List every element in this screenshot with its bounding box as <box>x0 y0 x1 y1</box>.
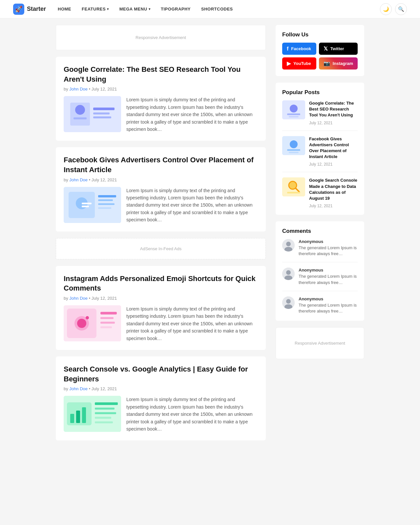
svg-rect-42 <box>287 149 300 151</box>
comment-text: The generated Lorem Ipsum is therefore a… <box>299 302 358 314</box>
svg-point-55 <box>286 299 291 304</box>
article-author[interactable]: John Doe <box>69 87 88 91</box>
follow-buttons-grid: f Facebook 𝕏 Twitter ▶ YouTube 📷 Instagr… <box>282 43 358 70</box>
comments-title: Comments <box>282 228 358 234</box>
article-thumbnail <box>64 187 121 223</box>
site-name: Starter <box>27 6 46 12</box>
article-date: July 12, 2021 <box>92 87 117 91</box>
svg-rect-13 <box>98 195 116 197</box>
popular-post-title[interactable]: Google Correlate: The Best SEO Research … <box>309 100 358 118</box>
commenter-avatar <box>282 239 295 252</box>
svg-rect-32 <box>95 408 115 410</box>
article-meta: by John Doe • July 12, 2021 <box>64 177 258 182</box>
chevron-down-icon: ▾ <box>107 7 109 11</box>
commenter-avatar <box>282 268 295 280</box>
youtube-follow-button[interactable]: ▶ YouTube <box>282 57 316 70</box>
svg-rect-23 <box>100 317 114 319</box>
svg-rect-30 <box>82 407 86 423</box>
article-meta: by John Doe • July 12, 2021 <box>64 296 258 301</box>
article-date: July 12, 2021 <box>92 296 117 301</box>
svg-rect-14 <box>98 199 113 201</box>
comment-info: Anonymous The generated Lorem Ipsum is t… <box>299 268 358 285</box>
svg-point-5 <box>75 105 85 115</box>
site-logo[interactable]: 🚀 Starter <box>13 4 46 15</box>
popular-post-item: Google Search Console Made a Change to D… <box>282 177 358 208</box>
commenter-name: Anonymous <box>299 296 358 301</box>
nav-home[interactable]: HOME <box>52 0 76 18</box>
svg-rect-43 <box>289 152 299 153</box>
nav-features[interactable]: FEATURES▾ <box>76 0 114 18</box>
nav-mega-menu[interactable]: MEGA MENU▾ <box>114 0 156 18</box>
comment-item: Anonymous The generated Lorem Ipsum is t… <box>282 239 358 262</box>
follow-us-title: Follow Us <box>282 31 358 38</box>
svg-rect-7 <box>74 121 83 122</box>
dark-mode-toggle[interactable]: 🌙 <box>380 3 392 15</box>
article-body: Lorem Ipsum is simply dummy text of the … <box>64 187 258 224</box>
svg-rect-39 <box>289 116 299 117</box>
nav-links: HOME FEATURES▾ MEGA MENU▾ TIPOGRAPHY SHO… <box>52 0 380 18</box>
main-content: Responsive Advertisement Google Correlat… <box>56 25 266 447</box>
svg-rect-33 <box>95 412 116 414</box>
article-card: Search Console vs. Google Analytics | Ea… <box>56 356 266 440</box>
search-button[interactable]: 🔍 <box>395 3 407 15</box>
article-title: Search Console vs. Google Analytics | Ea… <box>64 364 258 384</box>
svg-point-20 <box>77 319 86 328</box>
popular-post-date: July 12, 2021 <box>309 121 332 125</box>
svg-point-21 <box>86 316 89 319</box>
svg-point-41 <box>290 140 298 148</box>
article-card: Google Correlate: The Best SEO Research … <box>56 57 266 141</box>
instagram-follow-button[interactable]: 📷 Instagram <box>319 57 358 70</box>
article-thumbnail <box>64 396 121 432</box>
article-thumbnail <box>64 305 121 341</box>
top-ad-banner: Responsive Advertisement <box>56 25 266 50</box>
popular-post-info: Facebook Gives Advertisers Control Over … <box>309 136 358 167</box>
popular-post-title[interactable]: Google Search Console Made a Change to D… <box>309 177 358 201</box>
article-date: July 12, 2021 <box>92 386 117 391</box>
svg-rect-24 <box>100 322 115 324</box>
twitter-follow-button[interactable]: 𝕏 Twitter <box>319 43 358 55</box>
comment-info: Anonymous The generated Lorem Ipsum is t… <box>299 296 358 314</box>
svg-point-37 <box>290 105 298 112</box>
article-body: Lorem Ipsum is simply dummy text of the … <box>64 96 258 133</box>
chevron-down-icon: ▾ <box>149 7 151 11</box>
article-title: Google Correlate: The Best SEO Research … <box>64 65 258 84</box>
svg-rect-35 <box>95 421 113 423</box>
popular-post-info: Google Search Console Made a Change to D… <box>309 177 358 208</box>
popular-posts-title: Popular Posts <box>282 89 358 96</box>
instagram-icon: 📷 <box>324 60 330 67</box>
svg-rect-16 <box>98 207 111 209</box>
nav-typography[interactable]: TIPOGRAPHY <box>156 0 196 18</box>
article-author[interactable]: John Doe <box>69 296 88 301</box>
article-card: Instagram Adds Personalized Emoji Shortc… <box>56 266 266 350</box>
article-body: Lorem Ipsum is simply dummy text of the … <box>64 396 258 433</box>
popular-post-info: Google Correlate: The Best SEO Research … <box>309 100 358 125</box>
sidebar: Follow Us f Facebook 𝕏 Twitter ▶ YouTube… <box>276 25 364 447</box>
page-layout: Responsive Advertisement Google Correlat… <box>49 18 371 454</box>
comment-info: Anonymous The generated Lorem Ipsum is t… <box>299 239 358 257</box>
comment-text: The generated Lorem Ipsum is therefore a… <box>299 273 358 285</box>
article-meta: by John Doe • July 12, 2021 <box>64 87 258 91</box>
svg-rect-12 <box>82 206 89 207</box>
article-body: Lorem Ipsum is simply dummy text of the … <box>64 305 258 342</box>
nav-icon-group: 🌙 🔍 <box>380 3 407 15</box>
svg-rect-34 <box>95 417 111 419</box>
article-author[interactable]: John Doe <box>69 386 88 391</box>
article-excerpt: Lorem Ipsum is simply dummy text of the … <box>126 187 258 224</box>
popular-post-thumbnail <box>282 100 305 119</box>
article-author[interactable]: John Doe <box>69 177 88 182</box>
facebook-follow-button[interactable]: f Facebook <box>282 43 316 55</box>
svg-rect-38 <box>287 113 300 115</box>
svg-rect-29 <box>76 411 80 423</box>
svg-rect-4 <box>93 116 111 118</box>
twitter-icon: 𝕏 <box>324 46 328 52</box>
popular-post-title[interactable]: Facebook Gives Advertisers Control Over … <box>309 136 358 160</box>
commenter-name: Anonymous <box>299 268 358 273</box>
svg-rect-28 <box>70 414 74 423</box>
article-meta: by John Doe • July 12, 2021 <box>64 386 258 391</box>
svg-rect-22 <box>100 312 117 314</box>
svg-point-52 <box>286 270 291 275</box>
article-title: Facebook Gives Advertisers Control Over … <box>64 155 258 174</box>
nav-shortcodes[interactable]: SHORTCODES <box>196 0 238 18</box>
comments-section: Comments Anonymous The generated Lorem I… <box>276 221 364 321</box>
popular-post-date: July 12, 2021 <box>309 162 332 167</box>
